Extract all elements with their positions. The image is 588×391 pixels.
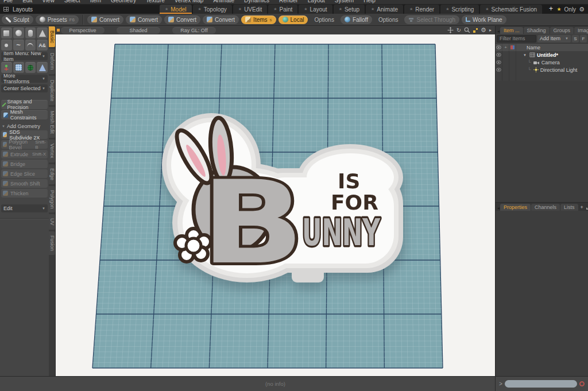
viewport-layout-icon[interactable] — [473, 28, 478, 33]
snaps-precision-button[interactable]: Snaps and Precision — [1, 100, 48, 109]
panel-tab[interactable]: Properties — [500, 204, 531, 211]
menu-item[interactable]: Edit — [22, 0, 32, 3]
falloff-options-button[interactable]: Options — [374, 17, 402, 23]
edit-dropdown[interactable]: Edit ▼ — [1, 204, 48, 212]
primitive-cone-button[interactable] — [37, 28, 48, 38]
mesh-constraints-button[interactable]: Mesh Constraints — [1, 110, 48, 119]
filter-button[interactable]: F — [580, 35, 587, 42]
layout-gear-icon[interactable]: ⚙ — [579, 6, 585, 13]
item-menu-dropdown[interactable]: Item Menu: New Item ▼ — [1, 52, 48, 60]
workspace-tab[interactable]: ★ Schematic Fusion — [480, 5, 542, 14]
transform-tool-button[interactable] — [1, 62, 12, 73]
menu-item[interactable]: System — [335, 0, 354, 3]
sidebar-category-tab[interactable]: Deform — [49, 49, 55, 74]
tab-scroll-left-icon[interactable]: ◂ — [497, 206, 500, 211]
panel-tab[interactable]: Channels — [531, 204, 560, 211]
convert-button[interactable]: Convert — [164, 16, 200, 24]
workspace-tab[interactable]: ★ Layout — [299, 5, 332, 14]
uv-tool-button[interactable] — [13, 62, 24, 73]
items-mode-button[interactable]: Items s — [241, 16, 276, 24]
bunny-cookie-cutter-model[interactable]: B IS FOR UNNY — [161, 112, 408, 287]
menu-item[interactable]: Layout — [308, 0, 325, 3]
menu-item[interactable]: Select — [64, 0, 80, 3]
spiral-tool-button[interactable]: ~ — [13, 40, 24, 51]
layouts-label[interactable]: Layouts — [13, 6, 33, 13]
menu-item[interactable]: Vertex Map — [175, 0, 204, 3]
text-tool-button[interactable]: A& — [37, 40, 48, 51]
center-selected-dropdown[interactable]: Center Selected ▼ — [1, 84, 48, 92]
menu-item[interactable]: File — [3, 0, 13, 3]
primitive-cylinder-button[interactable] — [25, 28, 36, 38]
local-action-center-button[interactable]: Local — [278, 16, 308, 24]
workspace-tab[interactable]: ★ Topology — [193, 5, 232, 14]
sidebar-category-tab[interactable]: Vertex — [49, 140, 55, 162]
pane-expand-icon[interactable] — [586, 205, 588, 210]
geometry-tool-button[interactable]: SDS Subdivide 2X — [1, 130, 48, 139]
sidebar-category-tab[interactable]: Polygon — [49, 186, 55, 213]
sidebar-category-tab[interactable]: Edge — [49, 164, 55, 184]
panel-tab[interactable]: Lists — [560, 204, 578, 211]
zoom-icon[interactable] — [464, 27, 470, 33]
geometry-tool-button[interactable]: Extrude Shift-X — [1, 150, 48, 158]
viewport-3d[interactable]: Perspective Shaded Ray GL: Off ↻ ⚙ ▸ — [56, 26, 495, 376]
viewport-shading-dropdown[interactable]: Shaded — [117, 27, 160, 34]
layouts-grid-icon[interactable] — [3, 7, 9, 11]
workspace-tab[interactable]: ★ Setup — [334, 5, 365, 14]
menu-item[interactable]: Help — [363, 0, 376, 3]
eye-icon[interactable] — [496, 60, 501, 64]
disclosure-triangle-icon[interactable]: ▼ — [523, 53, 527, 57]
action-center-options-button[interactable]: Options — [310, 17, 338, 23]
viewport-gear-icon[interactable]: ⚙ — [481, 26, 486, 34]
convert-button[interactable]: Convert — [126, 16, 162, 24]
menu-item[interactable]: Render — [279, 0, 298, 3]
add-panel-tab-button[interactable]: + — [579, 204, 585, 211]
workspace-tab[interactable]: ★ Animate — [366, 5, 403, 14]
menu-item[interactable]: Animate — [213, 0, 234, 3]
workspace-tab[interactable]: ★ Model — [160, 5, 192, 14]
add-item-dropdown[interactable]: Add Item ▼ — [537, 35, 571, 42]
command-input[interactable] — [505, 380, 577, 388]
record-macro-icon[interactable] — [579, 381, 585, 386]
geometry-tool-button[interactable]: Polygon Bevel Shift-B — [1, 140, 48, 149]
select-through-button[interactable]: Select Through — [404, 16, 459, 24]
add-geometry-section-header[interactable]: ▼ Add Geometry — [2, 123, 48, 129]
workspace-tab[interactable]: ★ UVEdit — [233, 5, 267, 14]
wireframe-sphere-button[interactable] — [25, 62, 36, 73]
viewport-raygl-dropdown[interactable]: Ray GL: Off — [172, 27, 216, 34]
viewport-canvas[interactable]: B IS FOR UNNY — [56, 34, 495, 376]
geometry-tool-button[interactable]: Edge Slice — [1, 169, 48, 178]
filter-items-input[interactable] — [497, 35, 536, 42]
add-workspace-tab-button[interactable]: + — [543, 5, 559, 14]
falloff-button[interactable]: Falloff — [341, 16, 372, 24]
only-label[interactable]: Only — [564, 6, 577, 13]
item-row-untitled[interactable]: ▼ Untitled* — [496, 51, 588, 59]
primitive-torus-button[interactable] — [1, 40, 12, 51]
panel-tab[interactable]: Shading — [524, 27, 550, 34]
viewport-camera-dropdown[interactable]: Perspective — [61, 27, 105, 34]
eye-icon[interactable] — [496, 53, 501, 57]
primitive-sphere-button[interactable] — [13, 28, 24, 38]
panel-tab[interactable]: Groups — [550, 27, 574, 34]
panel-tab[interactable]: Item ... — [500, 27, 523, 34]
viewport-preset-icon[interactable] — [57, 29, 60, 32]
curve-tool-button[interactable] — [25, 40, 36, 51]
item-row-camera[interactable]: └ Camera — [496, 59, 588, 66]
convert-button[interactable]: Convert — [203, 16, 239, 24]
sidebar-category-tab[interactable]: Basic — [49, 26, 55, 47]
panel-tab[interactable]: Images — [574, 27, 588, 34]
work-plane-button[interactable]: Work Plane — [462, 16, 506, 24]
item-row-directional-light[interactable]: └ Directional Light — [496, 66, 588, 73]
pyramid-tool-button[interactable] — [37, 62, 48, 73]
workspace-tab[interactable]: ★ Scripting — [440, 5, 479, 14]
workspace-tab[interactable]: ★ Render — [404, 5, 439, 14]
sculpt-button[interactable]: Sculpt — [2, 16, 33, 24]
convert-button[interactable]: Convert — [87, 16, 123, 24]
primitive-cube-button[interactable] — [1, 28, 12, 38]
pan-icon[interactable] — [447, 27, 454, 33]
workspace-tab[interactable]: ★ Paint — [268, 5, 297, 14]
geometry-tool-button[interactable]: Bridge — [1, 160, 48, 168]
menu-item[interactable]: Dynamics — [244, 0, 269, 3]
rotate-icon[interactable]: ↻ — [457, 27, 461, 33]
sidebar-category-tab[interactable]: Mesh Edit — [49, 107, 55, 138]
more-transforms-dropdown[interactable]: More Transforms ▼ — [1, 75, 48, 83]
